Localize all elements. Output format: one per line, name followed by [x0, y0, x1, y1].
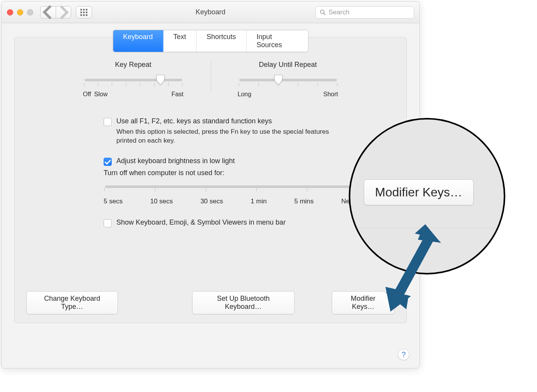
idle-label-4: 5 mins: [294, 198, 314, 205]
modifier-keys-button[interactable]: Modifier Keys…: [332, 291, 395, 314]
fn-keys-label: Use all F1, F2, etc. keys as standard fu…: [116, 117, 272, 125]
svg-rect-1: [83, 9, 85, 10]
key-repeat-fast-label: Fast: [171, 91, 183, 98]
key-repeat-off-label: Off: [83, 91, 91, 98]
settings-panel: Keyboard Text Shortcuts Input Sources Ke…: [14, 37, 407, 323]
idle-title: Turn off when computer is not used for:: [104, 169, 329, 177]
show-all-button[interactable]: [76, 6, 92, 19]
back-button[interactable]: [40, 6, 56, 19]
delay-slider[interactable]: [239, 79, 337, 81]
svg-rect-7: [83, 14, 85, 16]
titlebar: Keyboard Search: [2, 2, 419, 23]
forward-button[interactable]: [56, 6, 71, 19]
window-title: Keyboard: [196, 8, 225, 16]
setup-bluetooth-keyboard-button[interactable]: Set Up Bluetooth Keyboard…: [192, 291, 294, 314]
key-repeat-thumb[interactable]: [156, 75, 165, 85]
callout-modifier-keys-button: Modifier Keys…: [364, 179, 474, 205]
svg-rect-3: [80, 12, 82, 13]
minimize-window-button[interactable]: [17, 9, 23, 15]
svg-rect-0: [80, 9, 82, 10]
fn-keys-checkbox[interactable]: [104, 118, 112, 126]
search-placeholder: Search: [329, 9, 349, 16]
delay-short-label: Short: [323, 91, 338, 98]
traffic-lights: [7, 9, 33, 15]
search-input[interactable]: Search: [315, 6, 414, 19]
key-repeat-slider[interactable]: [85, 79, 182, 81]
close-window-button[interactable]: [7, 9, 13, 15]
zoom-window-button[interactable]: [27, 9, 33, 15]
slider-divider: [211, 61, 211, 92]
key-repeat-block: Key Repeat Off Slow Fast: [83, 61, 184, 98]
callout-magnifier: Modifier Keys…: [349, 118, 505, 274]
svg-rect-4: [83, 12, 85, 13]
delay-title: Delay Until Repeat: [238, 61, 338, 69]
viewers-checkbox[interactable]: [104, 219, 112, 227]
key-repeat-slow-label: Slow: [94, 91, 108, 98]
fn-keys-help: When this option is selected, press the …: [116, 128, 329, 145]
tab-shortcuts[interactable]: Shortcuts: [196, 30, 246, 52]
svg-rect-2: [86, 9, 87, 10]
tab-bar: Keyboard Text Shortcuts Input Sources: [113, 30, 309, 52]
svg-rect-5: [86, 12, 87, 13]
tab-text[interactable]: Text: [163, 30, 196, 52]
svg-rect-8: [86, 14, 87, 16]
svg-rect-6: [80, 14, 82, 16]
delay-thumb[interactable]: [274, 75, 283, 85]
delay-long-label: Long: [238, 91, 252, 98]
tab-keyboard[interactable]: Keyboard: [113, 30, 163, 52]
idle-label-1: 10 secs: [150, 198, 173, 205]
idle-label-2: 30 secs: [200, 198, 223, 205]
idle-label-3: 1 min: [251, 198, 267, 205]
idle-label-0: 5 secs: [104, 198, 123, 205]
idle-slider[interactable]: [105, 186, 357, 188]
viewers-label: Show Keyboard, Emoji, & Symbol Viewers i…: [116, 218, 286, 227]
change-keyboard-type-button[interactable]: Change Keyboard Type…: [26, 291, 118, 314]
brightness-checkbox[interactable]: [104, 158, 112, 166]
brightness-label: Adjust keyboard brightness in low light: [116, 157, 235, 165]
help-button[interactable]: ?: [398, 349, 409, 360]
delay-block: Delay Until Repeat Long Short: [238, 61, 338, 98]
key-repeat-title: Key Repeat: [83, 61, 184, 69]
tab-input-sources[interactable]: Input Sources: [246, 30, 308, 52]
